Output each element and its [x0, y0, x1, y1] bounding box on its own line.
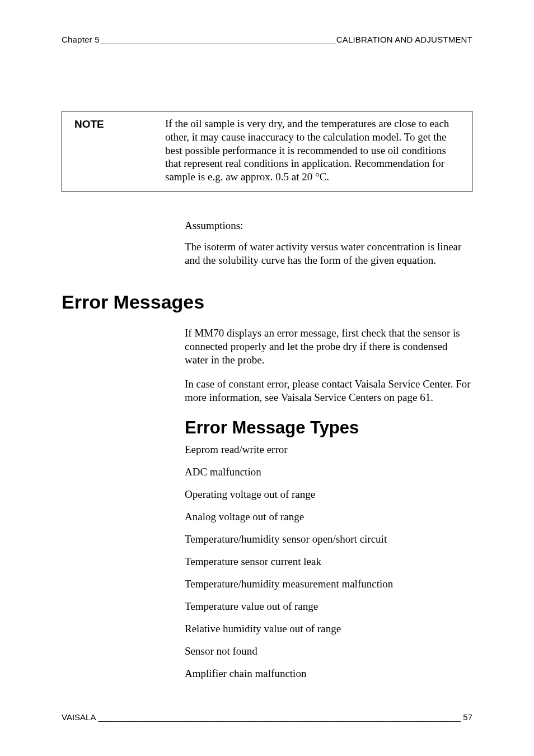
running-header: Chapter 5 CALIBRATION AND ADJUSTMENT [62, 35, 472, 45]
footer-rule [98, 712, 461, 722]
error-item: Temperature/humidity measurement malfunc… [185, 578, 472, 590]
running-footer: VAISALA 57 [62, 712, 472, 722]
error-item: Relative humidity value out of range [185, 623, 472, 635]
footer-page-number: 57 [463, 712, 472, 722]
mm70-paragraph: If MM70 displays an error message, first… [185, 326, 472, 367]
header-chapter: Chapter 5 [62, 35, 100, 45]
error-item: Operating voltage out of range [185, 488, 472, 501]
assumptions-heading: Assumptions: [185, 219, 472, 232]
error-item: Sensor not found [185, 645, 472, 657]
footer-brand: VAISALA [62, 712, 96, 722]
heading-error-messages: Error Messages [62, 291, 472, 313]
note-box: NOTE If the oil sample is very dry, and … [62, 111, 472, 192]
note-label: NOTE [74, 117, 165, 130]
note-body: If the oil sample is very dry, and the t… [165, 117, 460, 184]
heading-error-message-types: Error Message Types [185, 418, 472, 438]
error-item: Temperature value out of range [185, 600, 472, 613]
constant-error-paragraph: In case of constant error, please contac… [185, 377, 472, 405]
error-list: Eeprom read/write error ADC malfunction … [185, 444, 472, 680]
error-item: Eeprom read/write error [185, 444, 472, 456]
header-section: CALIBRATION AND ADJUSTMENT [336, 35, 472, 45]
header-rule [100, 35, 336, 45]
error-item: ADC malfunction [185, 466, 472, 478]
error-item: Analog voltage out of range [185, 511, 472, 523]
error-item: Temperature/humidity sensor open/short c… [185, 533, 472, 545]
isoterm-paragraph: The isoterm of water activity versus wat… [185, 240, 472, 268]
error-item: Temperature sensor current leak [185, 556, 472, 568]
error-item: Amplifier chain malfunction [185, 668, 472, 680]
